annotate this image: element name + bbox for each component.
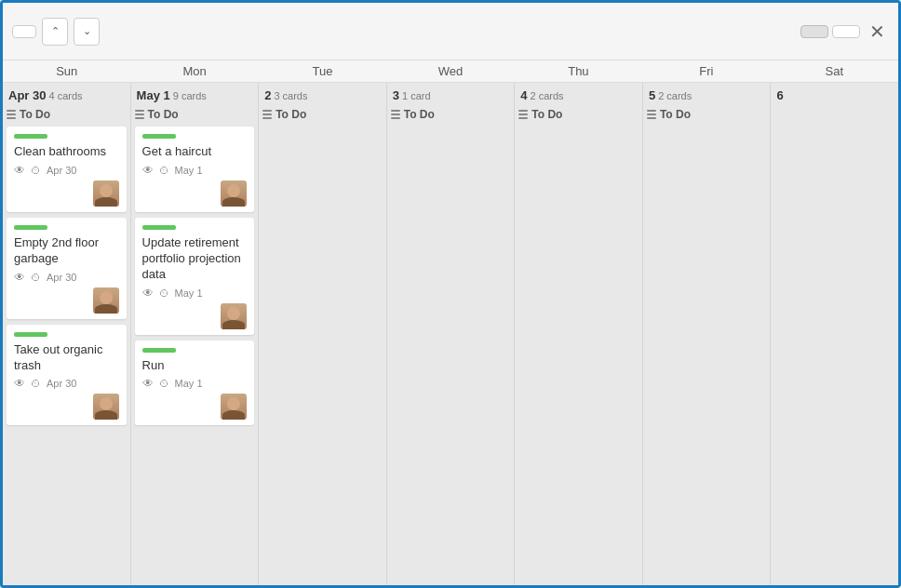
day-col-header-6: 6 bbox=[774, 88, 894, 102]
list-label: To Do bbox=[391, 108, 511, 121]
day-col-4: 42 cardsTo Do bbox=[515, 83, 643, 585]
card-label-bar bbox=[142, 225, 176, 230]
day-col-5: 52 cardsTo Do bbox=[643, 83, 772, 585]
clock-icon: ⏲ bbox=[159, 165, 169, 176]
card-label-bar bbox=[14, 332, 47, 337]
list-label-text: To Do bbox=[660, 108, 691, 121]
view-toggle bbox=[800, 25, 860, 38]
day-header-wed: Wed bbox=[386, 64, 514, 78]
day-col-header-2: 23 cards bbox=[262, 88, 383, 102]
card-label-bar bbox=[142, 348, 176, 353]
card-title: Clean bathrooms bbox=[14, 144, 119, 160]
card-label-bar bbox=[14, 225, 47, 230]
card-date: Apr 30 bbox=[47, 165, 76, 176]
list-label-text: To Do bbox=[404, 108, 435, 121]
day-col-2: 23 cardsTo Do bbox=[259, 83, 387, 585]
day-number: May 1 bbox=[137, 88, 170, 102]
list-icon bbox=[262, 110, 272, 119]
day-number: 4 bbox=[520, 88, 527, 102]
list-label: To Do bbox=[518, 108, 639, 121]
day-number: 6 bbox=[776, 88, 783, 102]
card-date: May 1 bbox=[175, 378, 203, 389]
list-icon bbox=[391, 110, 400, 119]
eye-icon: 👁 bbox=[142, 164, 154, 177]
list-label: To Do bbox=[7, 108, 127, 121]
card[interactable]: Get a haircut👁⏲May 1 bbox=[135, 127, 255, 212]
avatar bbox=[93, 180, 119, 207]
avatar bbox=[221, 180, 247, 207]
card-date: Apr 30 bbox=[47, 378, 76, 389]
card-date: May 1 bbox=[175, 287, 203, 299]
today-button[interactable] bbox=[12, 25, 36, 38]
card-title: Update retirement portfolio projection d… bbox=[142, 235, 248, 283]
card-meta: 👁⏲Apr 30 bbox=[14, 377, 119, 390]
header: ⌃ ⌄ ✕ bbox=[3, 3, 898, 60]
clock-icon: ⏲ bbox=[159, 378, 169, 389]
day-col-1: May 19 cardsTo DoGet a haircut👁⏲May 1Upd… bbox=[131, 83, 260, 585]
card-title: Get a haircut bbox=[142, 144, 248, 160]
day-header-sat: Sat bbox=[771, 64, 898, 78]
day-headers-row: SunMonTueWedThuFriSat bbox=[3, 60, 898, 83]
card-label-bar bbox=[14, 134, 47, 139]
eye-icon: 👁 bbox=[14, 377, 25, 390]
day-col-header-3: 31 card bbox=[391, 88, 511, 102]
day-col-header-4: 42 cards bbox=[518, 88, 639, 102]
list-label-text: To Do bbox=[20, 108, 50, 121]
card-footer bbox=[14, 394, 119, 420]
day-col-3: 31 cardTo Do bbox=[387, 83, 516, 585]
card-count: 4 cards bbox=[48, 90, 82, 101]
card[interactable]: Run👁⏲May 1 bbox=[135, 341, 255, 426]
clock-icon: ⏲ bbox=[31, 165, 41, 176]
day-header-fri: Fri bbox=[642, 64, 770, 78]
card[interactable]: Empty 2nd floor garbage👁⏲Apr 30 bbox=[7, 218, 127, 319]
card-count: 3 cards bbox=[274, 90, 307, 101]
app-container: ⌃ ⌄ ✕ SunMonTueWedThuFriSat Apr 304 card… bbox=[0, 0, 901, 588]
day-number: 5 bbox=[649, 88, 655, 102]
list-label: To Do bbox=[647, 108, 767, 121]
card-title: Take out organic trash bbox=[14, 342, 119, 374]
eye-icon: 👁 bbox=[142, 287, 154, 300]
day-number: 3 bbox=[393, 88, 399, 102]
card[interactable]: Take out organic trash👁⏲Apr 30 bbox=[7, 325, 127, 426]
card-title: Empty 2nd floor garbage bbox=[14, 235, 119, 267]
prev-button[interactable]: ⌃ bbox=[42, 18, 68, 46]
day-col-header-5: 52 cards bbox=[647, 88, 767, 102]
avatar bbox=[93, 394, 119, 420]
card-label-bar bbox=[142, 134, 176, 139]
list-icon bbox=[518, 110, 528, 119]
card-meta: 👁⏲Apr 30 bbox=[14, 164, 119, 177]
card[interactable]: Update retirement portfolio projection d… bbox=[135, 218, 255, 335]
day-col-header-0: Apr 304 cards bbox=[7, 88, 127, 102]
card-meta: 👁⏲May 1 bbox=[142, 377, 248, 390]
card[interactable]: Clean bathrooms👁⏲Apr 30 bbox=[7, 127, 127, 212]
close-button[interactable]: ✕ bbox=[866, 20, 889, 43]
card-footer bbox=[142, 180, 248, 207]
week-view-button[interactable] bbox=[800, 25, 828, 38]
avatar bbox=[221, 303, 247, 329]
clock-icon: ⏲ bbox=[159, 287, 169, 299]
next-button[interactable]: ⌄ bbox=[74, 18, 100, 46]
card-meta: 👁⏲Apr 30 bbox=[14, 271, 119, 284]
card-date: May 1 bbox=[175, 165, 203, 176]
card-count: 2 cards bbox=[658, 90, 692, 101]
list-label-text: To Do bbox=[531, 108, 562, 121]
day-number: 2 bbox=[264, 88, 271, 102]
month-view-button[interactable] bbox=[832, 25, 860, 38]
card-meta: 👁⏲May 1 bbox=[142, 287, 248, 300]
day-col-0: Apr 304 cardsTo DoClean bathrooms👁⏲Apr 3… bbox=[3, 83, 131, 585]
calendar-grid: Apr 304 cardsTo DoClean bathrooms👁⏲Apr 3… bbox=[3, 83, 898, 585]
day-header-thu: Thu bbox=[515, 64, 642, 78]
card-footer bbox=[142, 394, 248, 420]
day-col-6: 6 bbox=[771, 83, 898, 585]
avatar bbox=[221, 394, 247, 420]
day-header-tue: Tue bbox=[259, 64, 386, 78]
day-header-mon: Mon bbox=[130, 64, 258, 78]
list-label: To Do bbox=[135, 108, 255, 121]
eye-icon: 👁 bbox=[14, 164, 25, 177]
card-title: Run bbox=[142, 358, 248, 374]
eye-icon: 👁 bbox=[142, 377, 154, 390]
list-label-text: To Do bbox=[148, 108, 179, 121]
list-icon bbox=[135, 110, 144, 119]
card-meta: 👁⏲May 1 bbox=[142, 164, 248, 177]
card-date: Apr 30 bbox=[47, 272, 76, 283]
